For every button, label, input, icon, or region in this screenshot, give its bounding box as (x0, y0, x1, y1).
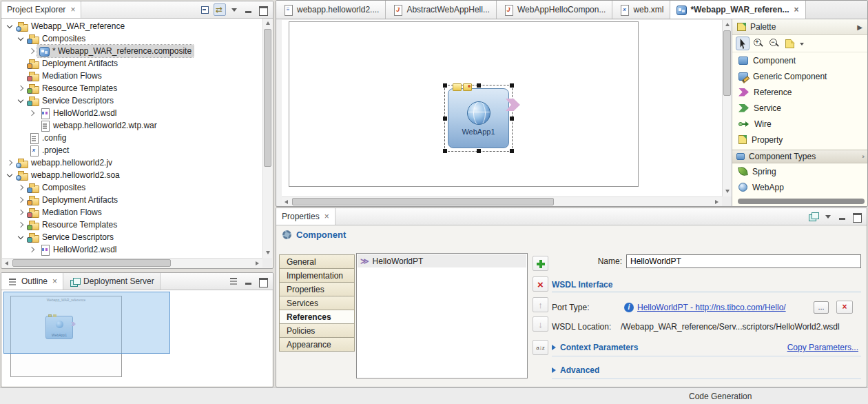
tree-item-wsdl-file[interactable]: HelloWorld2.wsdl (2, 243, 262, 256)
component-webapp1[interactable]: WebApp1 (448, 88, 509, 148)
palette-group-component-types[interactable]: Component Types ›› (732, 150, 867, 163)
expand-icon[interactable] (552, 367, 556, 373)
selection-handle[interactable] (443, 117, 447, 121)
browse-port-type-button[interactable]: ... (814, 301, 829, 314)
minimize-icon[interactable] (242, 3, 255, 16)
tree-item-folder[interactable]: Composites (2, 181, 262, 194)
palette-item-component[interactable]: Component (732, 52, 867, 68)
palette-item-spring[interactable]: Spring (732, 163, 867, 179)
expander-icon[interactable] (17, 85, 25, 92)
expander-icon[interactable] (6, 23, 14, 30)
expander-icon[interactable] (17, 209, 25, 216)
tree-item-folder[interactable]: Service Descriptors (2, 231, 262, 243)
scroll-right-icon[interactable] (253, 259, 262, 268)
maximize-icon[interactable] (257, 275, 269, 287)
advanced-section[interactable]: Advanced (552, 365, 861, 379)
tab-services[interactable]: Services (279, 296, 355, 310)
tree-item-wsdl-file[interactable]: HelloWorld2.wsdl (2, 107, 262, 119)
palette-item-wire[interactable]: Wire (732, 116, 867, 132)
close-icon[interactable]: × (52, 276, 57, 286)
close-icon[interactable]: × (794, 5, 799, 14)
editor-tab-active[interactable]: *Webapp_WAR_referen...× (670, 1, 805, 19)
expander-icon[interactable] (6, 172, 14, 179)
sort-az-button[interactable]: a↓z (533, 340, 548, 355)
expander-icon[interactable] (17, 35, 25, 43)
expander-icon[interactable] (17, 234, 25, 241)
expander-icon[interactable] (17, 184, 25, 192)
editor-tab[interactable]: xweb.xml (612, 1, 670, 19)
editor-tab[interactable]: JAbstractWebAppHell... (386, 1, 497, 19)
close-icon[interactable]: × (324, 212, 329, 221)
expander-icon[interactable] (28, 110, 36, 117)
selection-handle[interactable] (510, 117, 514, 121)
tree-item-project[interactable]: webapp.helloworld2.jv (2, 156, 262, 169)
scroll-up-icon[interactable] (263, 19, 273, 28)
selection-handle[interactable] (510, 83, 514, 88)
outline-tab[interactable]: Outline × (1, 273, 63, 290)
tree-item-folder[interactable]: Resource Templates (2, 82, 262, 94)
list-item-helloworldpt[interactable]: ≫ HelloWorldPT (358, 254, 526, 267)
selection-handle[interactable] (510, 149, 514, 153)
scroll-down-icon[interactable] (723, 187, 732, 196)
selection-handle[interactable] (477, 149, 481, 153)
scroll-right-icon[interactable] (712, 197, 722, 207)
collapse-all-icon[interactable] (199, 3, 211, 16)
tab-general[interactable]: General (279, 254, 355, 269)
tab-implementation[interactable]: Implementation (279, 268, 355, 283)
palette-scrollbar-thumb[interactable] (738, 199, 865, 204)
canvas-horizontal-scrollbar[interactable] (282, 196, 722, 206)
new-properties-view-icon[interactable] (807, 210, 820, 223)
tab-properties[interactable]: Properties (279, 282, 355, 296)
editor-tab[interactable]: ≡webapp.helloworld2.... (276, 1, 386, 19)
scroll-left-icon[interactable] (282, 197, 291, 207)
zoom-out-icon[interactable]: − (767, 37, 781, 50)
tree-item-war-file[interactable]: webapp.helloworld2.wtp.war (2, 119, 262, 132)
tree-item-project[interactable]: webapp.helloworld2.soa (2, 169, 262, 181)
scrollbar-thumb[interactable] (12, 259, 171, 267)
link-with-editor-icon[interactable] (214, 3, 226, 16)
vertical-scrollbar[interactable] (262, 19, 272, 258)
port-type-link[interactable]: HelloWorldPT - http://ns.tibco.com/Hello… (637, 303, 786, 312)
minimize-icon[interactable] (836, 210, 849, 223)
tree-item-project[interactable]: Webapp_WAR_reference (2, 20, 262, 32)
editor-tab[interactable]: JWebAppHelloCompon... (497, 1, 613, 19)
scroll-left-icon[interactable] (2, 259, 12, 268)
context-parameters-section[interactable]: Context Parameters Copy Parameters... (552, 343, 861, 356)
outline-viewport[interactable] (3, 292, 170, 354)
note-dropdown-icon[interactable] (799, 37, 805, 50)
select-tool-icon[interactable] (736, 37, 750, 50)
scrollbar-thumb[interactable] (723, 30, 731, 96)
minimize-icon[interactable] (242, 275, 255, 287)
expander-icon[interactable] (17, 196, 25, 204)
tree-item-folder[interactable]: Mediation Flows (2, 206, 262, 219)
tab-policies[interactable]: Policies (279, 323, 355, 338)
project-explorer-tab[interactable]: Project Explorer × (1, 1, 81, 18)
palette-item-property[interactable]: Property (732, 132, 867, 148)
expander-icon[interactable] (28, 48, 36, 55)
tree-item-folder[interactable]: Deployment Artifacts (2, 57, 262, 70)
canvas-vertical-scrollbar[interactable] (722, 20, 732, 196)
tree-item-project-file[interactable]: x.project (2, 144, 262, 156)
scrollbar-thumb[interactable] (264, 29, 271, 167)
name-input[interactable] (626, 254, 861, 268)
tree-item-folder[interactable]: Resource Templates (2, 219, 262, 231)
tab-references[interactable]: References (279, 310, 355, 324)
note-tool-icon[interactable] (783, 37, 797, 50)
move-down-button[interactable]: ↓ (533, 316, 548, 332)
palette-header[interactable]: Palette ▶ (732, 19, 867, 35)
palette-item-generic-component[interactable]: Generic Component (732, 68, 867, 84)
layout-icon[interactable] (228, 275, 240, 287)
deployment-server-tab[interactable]: Deployment Server (63, 273, 161, 290)
close-icon[interactable]: × (70, 5, 75, 14)
composite-canvas[interactable]: WebApp1 (282, 20, 722, 196)
zoom-in-icon[interactable]: + (752, 37, 765, 50)
tab-appearance[interactable]: Appearance (279, 337, 355, 352)
maximize-icon[interactable] (851, 210, 863, 223)
clear-port-type-button[interactable]: × (836, 301, 853, 314)
properties-tab[interactable]: Properties × (276, 208, 335, 225)
expander-icon[interactable] (28, 246, 36, 254)
tree-item-folder[interactable]: Composites (2, 32, 262, 45)
tree-item-composite-file[interactable]: * Webapp_WAR_reference.composite (2, 45, 262, 57)
expander-icon[interactable] (6, 159, 14, 167)
tree-item-folder[interactable]: Deployment Artifacts (2, 194, 262, 206)
